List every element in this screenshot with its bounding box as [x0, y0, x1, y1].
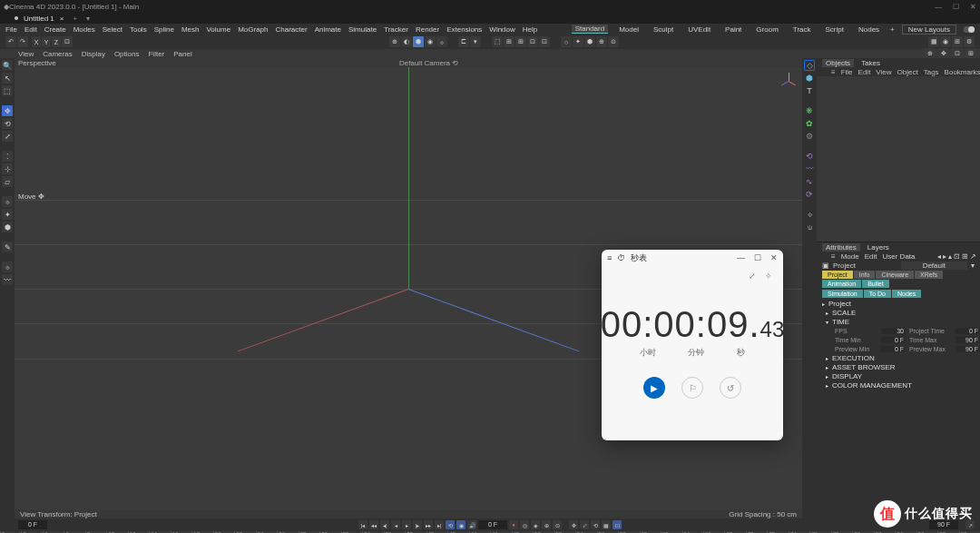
obj-menu-file[interactable]: File	[841, 68, 853, 76]
spline-icon[interactable]: 〰	[804, 163, 815, 174]
tl-step-back-button[interactable]: ◂◂	[369, 520, 378, 529]
vp-menu-options[interactable]: Options	[114, 50, 140, 58]
tool-icon-11[interactable]: ✦	[573, 36, 583, 47]
attr-pop-icon[interactable]: ↗	[970, 252, 976, 261]
particle-icon[interactable]: ⟳	[804, 189, 815, 200]
layout-uvedit[interactable]: UVEdit	[684, 25, 714, 34]
vp-menu-view[interactable]: View	[18, 50, 34, 58]
tl-mode-button[interactable]: ◉	[456, 520, 466, 529]
icon-hamburger[interactable]: ≡	[831, 68, 836, 76]
search-icon[interactable]: 🔍	[2, 60, 13, 71]
tl-play-button[interactable]: ▸	[402, 520, 411, 529]
light-icon[interactable]: ⍦	[804, 222, 815, 232]
section-execution[interactable]: EXECUTION	[817, 353, 980, 362]
camera-icon[interactable]: ⟐	[804, 209, 815, 220]
menu-mesh[interactable]: Mesh	[181, 25, 200, 34]
cloner-icon[interactable]: ✿	[804, 118, 815, 129]
sw-flag-button[interactable]: ⚐	[681, 377, 703, 399]
new-tab-button[interactable]: +	[73, 15, 77, 23]
menu-spline[interactable]: Spline	[154, 25, 174, 34]
primitive-icon[interactable]: ⬢	[804, 73, 815, 84]
cursor-icon[interactable]: ↖	[2, 73, 13, 84]
maximize-icon[interactable]: ☐	[953, 3, 959, 11]
menu-mograph[interactable]: MoGraph	[238, 25, 268, 34]
tab-layers[interactable]: Layers	[867, 243, 889, 252]
attr-menu-edit[interactable]: Edit	[865, 252, 877, 261]
move-tool-button[interactable]: ✥	[2, 105, 13, 116]
redo-button[interactable]: ↷	[17, 36, 28, 47]
current-frame-input[interactable]: 0 F	[478, 520, 507, 529]
object-manager-body[interactable]	[817, 76, 980, 242]
snap-grid2-icon[interactable]: ⊡	[527, 36, 538, 47]
pill-bullet[interactable]: Bullet	[862, 280, 889, 288]
tl-loop-button[interactable]: ⟲	[446, 520, 455, 529]
tl-goto-start-button[interactable]: |◂	[358, 520, 368, 529]
deformer-icon[interactable]: ⟲	[804, 151, 815, 162]
section-display[interactable]: DISPLAY	[817, 371, 980, 380]
tl-opt-1[interactable]: ⊕	[542, 520, 551, 529]
layout-toggle[interactable]	[964, 26, 975, 33]
render-settings-icon[interactable]: ◉	[940, 36, 951, 47]
rotate-tool-button[interactable]: ⟲	[2, 118, 13, 129]
dropdown-arrow-icon[interactable]: ▾	[971, 262, 975, 270]
gear-icon[interactable]: ⚙	[964, 36, 975, 47]
stopwatch-window[interactable]: ≡ ⏱ 秒表 — ☐ ✕ ⤢ ✧ 00:00:09.43 小时 分钟 秒 ▶ ⚐…	[602, 250, 783, 440]
record-button[interactable]: ●	[509, 520, 518, 529]
pill-xrefs[interactable]: XRefs	[915, 271, 943, 279]
menu-file[interactable]: File	[5, 25, 17, 34]
brush-icon[interactable]: ✎	[2, 242, 13, 252]
tool-icon-1[interactable]: ⊕	[389, 36, 400, 47]
sw-maximize-button[interactable]: ☐	[754, 253, 761, 262]
field-icon[interactable]: ⚙	[804, 131, 815, 142]
tool-icon-4[interactable]: ◉	[425, 36, 436, 47]
sw-expand-icon[interactable]: ⤢	[749, 271, 756, 281]
obj-menu-edit[interactable]: Edit	[858, 68, 871, 76]
projecttime-input[interactable]: 0 F	[956, 328, 980, 334]
layout-nodes[interactable]: Nodes	[855, 25, 883, 34]
pill-info[interactable]: Info	[854, 271, 876, 279]
pill-cineware[interactable]: Cineware	[876, 271, 914, 279]
menu-simulate[interactable]: Simulate	[348, 25, 377, 34]
stopwatch-titlebar[interactable]: ≡ ⏱ 秒表 — ☐ ✕	[602, 250, 783, 266]
tool-icon-14[interactable]: ⊙	[608, 36, 619, 47]
sw-play-button[interactable]: ▶	[643, 377, 665, 399]
tl-next-frame-button[interactable]: |▸	[413, 520, 422, 529]
tl-opt-5[interactable]: ⟲	[591, 520, 600, 529]
attr-menu-mode[interactable]: Mode	[841, 252, 859, 261]
new-layouts-button[interactable]: New Layouts	[902, 25, 956, 35]
section-color[interactable]: COLOR MANAGEMENT	[817, 380, 980, 390]
close-icon[interactable]: ✕	[970, 3, 976, 11]
scale-tool-button[interactable]: ⤢	[2, 131, 13, 142]
sw-minimize-button[interactable]: —	[737, 253, 745, 262]
attr-hamburger-icon[interactable]: ≡	[831, 252, 836, 261]
axis-y-button[interactable]: Y	[42, 36, 51, 47]
lt-tool-b[interactable]: ✦	[2, 209, 13, 220]
tab-objects[interactable]: Objects	[822, 59, 854, 67]
tool-icon-13[interactable]: ⊕	[596, 36, 607, 47]
tl-play-back-button[interactable]: ◂	[391, 520, 400, 529]
lt-tool-c[interactable]: ⬢	[2, 222, 13, 232]
view-gizmo[interactable]	[780, 73, 797, 89]
cube-icon[interactable]: ◇	[804, 60, 815, 71]
menu-create[interactable]: Create	[44, 25, 66, 34]
attr-pad-icon[interactable]: ⊞	[962, 252, 968, 261]
menu-volume[interactable]: Volume	[206, 25, 230, 34]
attr-menu-userdata[interactable]: User Data	[882, 252, 915, 261]
tl-opt-2[interactable]: ⊙	[553, 520, 562, 529]
layout-track[interactable]: Track	[789, 25, 815, 34]
undo-button[interactable]: ↶	[5, 36, 16, 47]
menu-extensions[interactable]: Extensions	[446, 25, 482, 34]
tool-icon-10[interactable]: ○	[561, 36, 572, 47]
vp-menu-cameras[interactable]: Cameras	[43, 50, 72, 58]
obj-menu-object[interactable]: Object	[897, 68, 918, 76]
menu-character[interactable]: Character	[276, 25, 308, 34]
pill-project[interactable]: Project	[822, 271, 853, 279]
axis-lock-button[interactable]: ⊡	[62, 36, 73, 47]
obj-menu-bookmarks[interactable]: Bookmarks	[945, 68, 980, 76]
tl-step-fwd-button[interactable]: ▸▸	[424, 520, 433, 529]
obj-menu-view[interactable]: View	[876, 68, 891, 76]
layout-groom[interactable]: Groom	[752, 25, 781, 34]
mode-edge-button[interactable]: ⊹	[2, 163, 13, 174]
snap-grid-icon[interactable]: ⊞	[515, 36, 526, 47]
pill-animation[interactable]: Animation	[822, 280, 861, 288]
